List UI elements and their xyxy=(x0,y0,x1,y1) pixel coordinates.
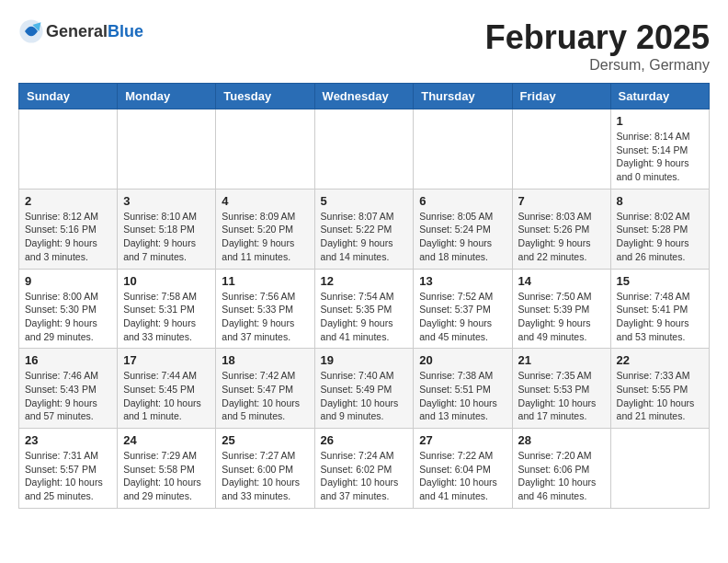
calendar-day-cell: 22Sunrise: 7:33 AM Sunset: 5:55 PM Dayli… xyxy=(610,349,709,429)
calendar-day-cell: 10Sunrise: 7:58 AM Sunset: 5:31 PM Dayli… xyxy=(118,269,216,349)
day-info: Sunrise: 7:56 AM Sunset: 5:33 PM Dayligh… xyxy=(222,290,308,344)
calendar-day-cell: 2Sunrise: 8:12 AM Sunset: 5:16 PM Daylig… xyxy=(19,189,118,269)
day-info: Sunrise: 7:54 AM Sunset: 5:35 PM Dayligh… xyxy=(321,290,408,344)
weekday-header-row: SundayMondayTuesdayWednesdayThursdayFrid… xyxy=(19,84,710,109)
day-number: 15 xyxy=(617,274,703,288)
calendar-day-cell xyxy=(216,109,314,190)
calendar-day-cell: 1Sunrise: 8:14 AM Sunset: 5:14 PM Daylig… xyxy=(610,109,709,190)
calendar-day-cell: 23Sunrise: 7:31 AM Sunset: 5:57 PM Dayli… xyxy=(19,429,118,509)
calendar-day-cell: 8Sunrise: 8:02 AM Sunset: 5:28 PM Daylig… xyxy=(610,189,709,269)
calendar-day-cell: 28Sunrise: 7:20 AM Sunset: 6:06 PM Dayli… xyxy=(512,429,610,509)
calendar-day-cell: 26Sunrise: 7:24 AM Sunset: 6:02 PM Dayli… xyxy=(314,429,414,509)
calendar-week-row: 2Sunrise: 8:12 AM Sunset: 5:16 PM Daylig… xyxy=(19,189,710,269)
calendar-day-cell: 24Sunrise: 7:29 AM Sunset: 5:58 PM Dayli… xyxy=(118,429,216,509)
day-info: Sunrise: 7:35 AM Sunset: 5:53 PM Dayligh… xyxy=(518,369,605,423)
day-info: Sunrise: 7:50 AM Sunset: 5:39 PM Dayligh… xyxy=(518,290,605,344)
weekday-header: Wednesday xyxy=(314,84,414,109)
day-number: 4 xyxy=(222,194,308,208)
logo-general: General xyxy=(46,22,108,40)
calendar-day-cell: 13Sunrise: 7:52 AM Sunset: 5:37 PM Dayli… xyxy=(414,269,512,349)
weekday-header: Tuesday xyxy=(216,84,314,109)
logo-icon xyxy=(18,18,44,44)
calendar-day-cell: 5Sunrise: 8:07 AM Sunset: 5:22 PM Daylig… xyxy=(314,189,414,269)
calendar-day-cell: 7Sunrise: 8:03 AM Sunset: 5:26 PM Daylig… xyxy=(512,189,610,269)
day-info: Sunrise: 8:12 AM Sunset: 5:16 PM Dayligh… xyxy=(25,210,111,264)
day-number: 14 xyxy=(518,274,605,288)
calendar-day-cell: 4Sunrise: 8:09 AM Sunset: 5:20 PM Daylig… xyxy=(216,189,314,269)
day-info: Sunrise: 7:22 AM Sunset: 6:04 PM Dayligh… xyxy=(419,449,506,503)
weekday-header: Thursday xyxy=(414,84,512,109)
day-number: 22 xyxy=(617,353,703,367)
day-number: 17 xyxy=(123,353,210,367)
calendar-day-cell: 11Sunrise: 7:56 AM Sunset: 5:33 PM Dayli… xyxy=(216,269,314,349)
day-info: Sunrise: 8:14 AM Sunset: 5:14 PM Dayligh… xyxy=(617,130,703,184)
day-info: Sunrise: 8:10 AM Sunset: 5:18 PM Dayligh… xyxy=(123,210,210,264)
day-number: 16 xyxy=(25,353,111,367)
calendar-day-cell: 16Sunrise: 7:46 AM Sunset: 5:43 PM Dayli… xyxy=(19,349,118,429)
day-number: 19 xyxy=(321,353,408,367)
day-info: Sunrise: 8:02 AM Sunset: 5:28 PM Dayligh… xyxy=(617,210,703,264)
day-number: 2 xyxy=(25,194,111,208)
calendar-day-cell: 14Sunrise: 7:50 AM Sunset: 5:39 PM Dayli… xyxy=(512,269,610,349)
calendar-day-cell: 3Sunrise: 8:10 AM Sunset: 5:18 PM Daylig… xyxy=(118,189,216,269)
weekday-header: Monday xyxy=(118,84,216,109)
day-info: Sunrise: 7:31 AM Sunset: 5:57 PM Dayligh… xyxy=(25,449,111,503)
calendar-day-cell: 9Sunrise: 8:00 AM Sunset: 5:30 PM Daylig… xyxy=(19,269,118,349)
logo-blue: Blue xyxy=(108,22,143,40)
day-number: 11 xyxy=(222,274,308,288)
title-block: February 2025 Dersum, Germany xyxy=(485,18,710,74)
day-info: Sunrise: 7:33 AM Sunset: 5:55 PM Dayligh… xyxy=(617,369,703,423)
calendar-week-row: 23Sunrise: 7:31 AM Sunset: 5:57 PM Dayli… xyxy=(19,429,710,509)
day-number: 10 xyxy=(123,274,210,288)
day-info: Sunrise: 7:46 AM Sunset: 5:43 PM Dayligh… xyxy=(25,369,111,423)
calendar-day-cell: 17Sunrise: 7:44 AM Sunset: 5:45 PM Dayli… xyxy=(118,349,216,429)
calendar-day-cell: 19Sunrise: 7:40 AM Sunset: 5:49 PM Dayli… xyxy=(314,349,414,429)
day-number: 18 xyxy=(222,353,308,367)
day-info: Sunrise: 7:38 AM Sunset: 5:51 PM Dayligh… xyxy=(419,369,506,423)
day-number: 5 xyxy=(321,194,408,208)
calendar-day-cell xyxy=(314,109,414,190)
day-info: Sunrise: 7:44 AM Sunset: 5:45 PM Dayligh… xyxy=(123,369,210,423)
day-number: 20 xyxy=(419,353,506,367)
calendar-week-row: 16Sunrise: 7:46 AM Sunset: 5:43 PM Dayli… xyxy=(19,349,710,429)
day-number: 1 xyxy=(617,114,703,128)
calendar-day-cell: 18Sunrise: 7:42 AM Sunset: 5:47 PM Dayli… xyxy=(216,349,314,429)
calendar-table: SundayMondayTuesdayWednesdayThursdayFrid… xyxy=(18,83,710,509)
day-number: 12 xyxy=(321,274,408,288)
day-info: Sunrise: 7:27 AM Sunset: 6:00 PM Dayligh… xyxy=(222,449,308,503)
weekday-header: Friday xyxy=(512,84,610,109)
day-number: 8 xyxy=(617,194,703,208)
logo: GeneralBlue xyxy=(18,18,143,44)
calendar-day-cell: 12Sunrise: 7:54 AM Sunset: 5:35 PM Dayli… xyxy=(314,269,414,349)
calendar-week-row: 1Sunrise: 8:14 AM Sunset: 5:14 PM Daylig… xyxy=(19,109,710,190)
calendar-day-cell xyxy=(118,109,216,190)
location: Dersum, Germany xyxy=(485,57,710,74)
calendar-day-cell: 20Sunrise: 7:38 AM Sunset: 5:51 PM Dayli… xyxy=(414,349,512,429)
day-number: 23 xyxy=(25,433,111,447)
calendar-day-cell: 15Sunrise: 7:48 AM Sunset: 5:41 PM Dayli… xyxy=(610,269,709,349)
weekday-header: Sunday xyxy=(19,84,118,109)
day-number: 9 xyxy=(25,274,111,288)
day-number: 25 xyxy=(222,433,308,447)
day-info: Sunrise: 7:48 AM Sunset: 5:41 PM Dayligh… xyxy=(617,290,703,344)
day-info: Sunrise: 8:07 AM Sunset: 5:22 PM Dayligh… xyxy=(321,210,408,264)
day-number: 28 xyxy=(518,433,605,447)
day-number: 3 xyxy=(123,194,210,208)
day-number: 26 xyxy=(321,433,408,447)
calendar-day-cell: 27Sunrise: 7:22 AM Sunset: 6:04 PM Dayli… xyxy=(414,429,512,509)
calendar-day-cell: 25Sunrise: 7:27 AM Sunset: 6:00 PM Dayli… xyxy=(216,429,314,509)
day-info: Sunrise: 7:24 AM Sunset: 6:02 PM Dayligh… xyxy=(321,449,408,503)
day-info: Sunrise: 8:03 AM Sunset: 5:26 PM Dayligh… xyxy=(518,210,605,264)
day-info: Sunrise: 7:58 AM Sunset: 5:31 PM Dayligh… xyxy=(123,290,210,344)
calendar-day-cell: 21Sunrise: 7:35 AM Sunset: 5:53 PM Dayli… xyxy=(512,349,610,429)
day-info: Sunrise: 7:52 AM Sunset: 5:37 PM Dayligh… xyxy=(419,290,506,344)
month-year: February 2025 xyxy=(485,18,710,57)
day-info: Sunrise: 8:05 AM Sunset: 5:24 PM Dayligh… xyxy=(419,210,506,264)
day-info: Sunrise: 7:20 AM Sunset: 6:06 PM Dayligh… xyxy=(518,449,605,503)
page-header: GeneralBlue February 2025 Dersum, German… xyxy=(18,18,710,74)
day-number: 24 xyxy=(123,433,210,447)
day-info: Sunrise: 7:42 AM Sunset: 5:47 PM Dayligh… xyxy=(222,369,308,423)
day-number: 27 xyxy=(419,433,506,447)
calendar-day-cell xyxy=(610,429,709,509)
day-info: Sunrise: 8:00 AM Sunset: 5:30 PM Dayligh… xyxy=(25,290,111,344)
